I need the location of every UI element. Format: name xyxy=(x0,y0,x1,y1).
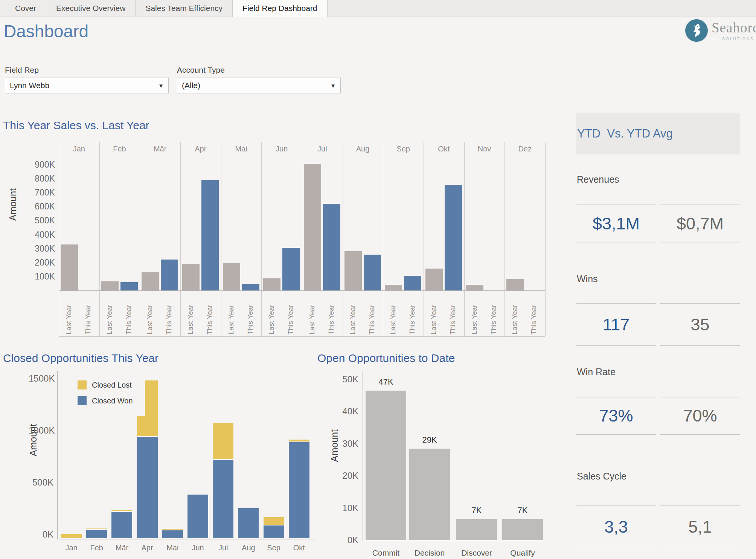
tab-executive-overview[interactable]: Executive Overview xyxy=(46,0,136,17)
open-chart-axis-line xyxy=(363,541,546,541)
sales-chart-ytick: 400K xyxy=(30,229,55,240)
sales-last-year-bar-Nov[interactable] xyxy=(466,285,483,290)
sales-chart-ytick: 700K xyxy=(30,188,55,198)
sales-chart-xlabel-this-year: This Year xyxy=(449,294,457,334)
closed-lost-segment-Apr xyxy=(137,416,158,437)
sales-chart-xlabel-last-year: Last Year xyxy=(470,294,479,334)
closed-bar-Apr[interactable] xyxy=(137,380,158,538)
logo-brand-text: Seahorce xyxy=(712,20,756,36)
closed-chart-month-label: Jan xyxy=(61,544,82,552)
closed-lost-step-segment-Apr xyxy=(145,380,158,416)
sales-chart-pane-separator xyxy=(545,142,546,336)
closed-lost-segment-Mai xyxy=(162,529,183,530)
open-chart-category-label: Discover xyxy=(453,548,501,557)
sales-last-year-bar-Okt[interactable] xyxy=(425,269,443,290)
closed-chart-month-label: Sep xyxy=(264,544,284,552)
sales-chart-month-label: Jan xyxy=(59,145,99,153)
sales-chart-pane-separator xyxy=(505,142,505,336)
sales-last-year-bar-Feb[interactable] xyxy=(101,281,119,290)
sales-last-year-bar-Mär[interactable] xyxy=(142,272,159,290)
sales-last-year-bar-Jul[interactable] xyxy=(304,164,321,290)
kpi-win-rate-label: Win Rate xyxy=(577,367,616,377)
open-chart-category-label: Commit xyxy=(362,548,410,557)
closed-lost-legend-swatch xyxy=(78,380,87,389)
closed-won-segment-Feb xyxy=(86,530,107,538)
kpi-sales-cycle-avg-value: 5,1 xyxy=(660,506,740,548)
open-bar-value-label: 7K xyxy=(502,506,543,515)
sales-chart-xlabel-this-year: This Year xyxy=(287,294,295,334)
closed-chart-month-label: Apr xyxy=(137,544,158,552)
kpi-panel-title: YTD Vs. YTD Avg xyxy=(577,127,673,141)
sales-this-year-bar-Mär[interactable] xyxy=(161,260,178,290)
closed-won-segment-Jun xyxy=(187,495,208,538)
sales-chart-xlabel-last-year: Last Year xyxy=(105,294,114,334)
sales-last-year-bar-Aug[interactable] xyxy=(344,251,362,290)
field-rep-dropdown[interactable]: Lynn Webb ▼ xyxy=(5,78,169,93)
sales-chart-month-label: Apr xyxy=(180,145,221,153)
sales-this-year-bar-Mai[interactable] xyxy=(242,284,259,290)
open-bar-discover[interactable] xyxy=(456,519,497,540)
open-bar-decision[interactable] xyxy=(409,449,450,540)
sales-chart-pane-separator xyxy=(383,142,383,336)
closed-bar-Jun[interactable] xyxy=(187,495,208,538)
closed-bar-Okt[interactable] xyxy=(289,440,309,538)
closed-bar-Aug[interactable] xyxy=(238,508,259,538)
kpi-sales-cycle-ytd-value: 3,3 xyxy=(576,506,656,548)
closed-chart-legend-item[interactable]: Closed Won xyxy=(78,396,133,405)
closed-chart-month-label: Jun xyxy=(187,544,208,552)
tab-bar-spacer xyxy=(0,0,5,17)
closed-won-segment-Aug xyxy=(238,508,259,538)
closed-won-legend-swatch xyxy=(78,396,87,405)
sales-chart-ytick: 800K xyxy=(30,174,55,184)
tab-cover[interactable]: Cover xyxy=(5,0,46,17)
sales-chart-bottom-line xyxy=(59,336,545,337)
closed-bar-Jul[interactable] xyxy=(213,423,233,538)
sales-chart-xlabel-this-year: This Year xyxy=(489,294,498,334)
sales-chart-y-axis-label: Amount xyxy=(8,188,18,221)
tab-sales-team-efficiency[interactable]: Sales Team Efficiency xyxy=(136,0,233,17)
open-bar-commit[interactable] xyxy=(366,391,406,540)
sales-last-year-bar-Apr[interactable] xyxy=(182,264,200,290)
sales-last-year-bar-Dez[interactable] xyxy=(506,279,524,290)
closed-bar-Mai[interactable] xyxy=(162,529,183,538)
closed-chart-axis-line xyxy=(57,539,314,539)
sales-chart-ytick: 100K xyxy=(30,271,55,281)
closed-bar-Jan[interactable] xyxy=(61,534,82,538)
sales-last-year-bar-Jan[interactable] xyxy=(61,244,78,290)
closed-chart-legend-item[interactable]: Closed Lost xyxy=(78,380,132,389)
sales-chart-month-label: Okt xyxy=(424,145,464,153)
workbook-tab-bar: Cover Executive Overview Sales Team Effi… xyxy=(0,0,756,17)
closed-chart-ytick: 500K xyxy=(29,477,53,488)
sales-last-year-bar-Jun[interactable] xyxy=(263,278,280,290)
sales-chart-month-label: Mär xyxy=(140,145,180,153)
kpi-win-rate-ytd-value: 73% xyxy=(576,397,656,435)
sales-chart-pane-separator xyxy=(59,142,59,336)
closed-bar-Mär[interactable] xyxy=(111,510,132,538)
closed-chart-month-label: Mär xyxy=(111,544,132,552)
sales-last-year-bar-Mai[interactable] xyxy=(223,263,240,290)
closed-chart-ytick: 1500K xyxy=(29,373,53,384)
open-bar-qualify[interactable] xyxy=(502,519,543,540)
open-chart-category-label: Decision xyxy=(405,548,454,557)
sales-this-year-bar-Feb[interactable] xyxy=(120,282,138,290)
sales-this-year-bar-Jun[interactable] xyxy=(282,248,300,290)
kpi-wins-avg-value: 35 xyxy=(660,303,740,346)
sales-chart-pane-separator xyxy=(140,142,140,336)
sales-chart-xlabel-this-year: This Year xyxy=(530,294,538,334)
sales-chart-month-label: Nov xyxy=(464,145,505,153)
account-type-dropdown[interactable]: (Alle) ▼ xyxy=(177,78,341,93)
sales-this-year-bar-Aug[interactable] xyxy=(364,255,381,290)
sales-chart-ytick: 500K xyxy=(30,215,55,226)
sales-chart-month-label: Feb xyxy=(99,145,140,153)
sales-this-year-bar-Sep[interactable] xyxy=(404,276,421,290)
sales-last-year-bar-Sep[interactable] xyxy=(385,285,402,290)
sales-this-year-bar-Okt[interactable] xyxy=(445,185,462,290)
tab-field-rep-dashboard[interactable]: Field Rep Dashboard xyxy=(233,0,327,17)
closed-chart-month-label: Mai xyxy=(162,544,183,552)
closed-bar-Sep[interactable] xyxy=(264,517,284,538)
open-chart-category-label: Qualify xyxy=(498,548,547,557)
sales-this-year-bar-Apr[interactable] xyxy=(201,180,219,290)
sales-this-year-bar-Jul[interactable] xyxy=(323,204,340,290)
seahorse-icon xyxy=(685,19,708,42)
closed-bar-Feb[interactable] xyxy=(86,528,107,538)
